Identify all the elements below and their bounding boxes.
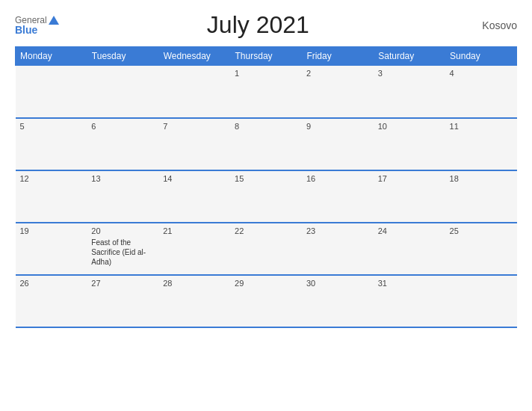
day-number: 4 <box>450 69 513 78</box>
calendar-cell: 31 <box>374 275 445 327</box>
day-number: 29 <box>235 279 297 288</box>
logo-blue: Blue <box>15 25 37 35</box>
calendar-cell: 2 <box>302 66 374 118</box>
calendar-cell: 14 <box>158 170 230 223</box>
calendar-cell: 17 <box>374 170 445 223</box>
calendar-cell: 24 <box>374 223 445 275</box>
calendar-cell: 21 <box>158 223 230 275</box>
calendar-week-row: 262728293031 <box>16 275 517 327</box>
calendar-week-row: 12131415161718 <box>16 170 517 223</box>
day-number: 5 <box>20 122 83 131</box>
calendar-cell: 15 <box>230 170 302 223</box>
calendar-cell: 1 <box>230 66 302 118</box>
logo-triangle-icon <box>49 16 59 25</box>
weekday-thursday: Thursday <box>230 47 302 66</box>
calendar-cell <box>158 66 230 118</box>
day-number: 19 <box>20 226 83 235</box>
calendar-cell: 10 <box>374 118 445 170</box>
calendar-cell: 8 <box>230 118 302 170</box>
calendar-cell: 3 <box>374 66 445 118</box>
weekday-tuesday: Tuesday <box>87 47 158 66</box>
weekday-monday: Monday <box>16 47 87 66</box>
day-number: 25 <box>450 226 513 235</box>
calendar-cell: 30 <box>302 275 374 327</box>
header: General Blue July 2021 Kosovo <box>15 11 517 39</box>
day-number: 1 <box>235 69 297 78</box>
day-number: 13 <box>91 174 154 183</box>
country-label: Kosovo <box>457 19 517 31</box>
day-number: 18 <box>450 174 513 183</box>
calendar-cell: 28 <box>158 275 230 327</box>
calendar-cell: 20Feast of the Sacrifice (Eid al-Adha) <box>87 223 158 275</box>
calendar-cell: 23 <box>302 223 374 275</box>
calendar-table: Monday Tuesday Wednesday Thursday Friday… <box>15 46 517 328</box>
calendar-week-row: 1920Feast of the Sacrifice (Eid al-Adha)… <box>16 223 517 275</box>
calendar-cell <box>445 275 517 327</box>
weekday-wednesday: Wednesday <box>158 47 230 66</box>
day-number: 6 <box>91 122 154 131</box>
day-number: 30 <box>306 279 369 288</box>
day-number: 23 <box>306 226 369 235</box>
day-number: 8 <box>235 122 297 131</box>
weekday-sunday: Sunday <box>445 47 517 66</box>
day-number: 10 <box>378 122 441 131</box>
page: General Blue July 2021 Kosovo Monday Tue… <box>0 0 532 411</box>
calendar-cell: 22 <box>230 223 302 275</box>
day-number: 12 <box>20 174 83 183</box>
calendar-cell: 19 <box>16 223 87 275</box>
day-number: 3 <box>378 69 441 78</box>
calendar-title: July 2021 <box>59 11 457 39</box>
logo: General Blue <box>15 16 59 35</box>
event-text: Feast of the Sacrifice (Eid al-Adha) <box>91 238 146 266</box>
calendar-cell: 29 <box>230 275 302 327</box>
calendar-cell: 13 <box>87 170 158 223</box>
calendar-cell: 7 <box>158 118 230 170</box>
weekday-friday: Friday <box>302 47 374 66</box>
day-number: 20 <box>91 226 154 235</box>
calendar-cell: 4 <box>445 66 517 118</box>
weekday-saturday: Saturday <box>374 47 445 66</box>
calendar-cell: 5 <box>16 118 87 170</box>
weekday-header-row: Monday Tuesday Wednesday Thursday Friday… <box>16 47 517 66</box>
day-number: 31 <box>378 279 441 288</box>
day-number: 26 <box>20 279 83 288</box>
day-number: 14 <box>163 174 226 183</box>
day-number: 7 <box>163 122 226 131</box>
calendar-cell: 25 <box>445 223 517 275</box>
day-number: 17 <box>378 174 441 183</box>
day-number: 28 <box>163 279 226 288</box>
calendar-cell: 18 <box>445 170 517 223</box>
day-number: 21 <box>163 226 226 235</box>
day-number: 2 <box>306 69 369 78</box>
calendar-cell: 26 <box>16 275 87 327</box>
day-number: 27 <box>91 279 154 288</box>
day-number: 24 <box>378 226 441 235</box>
calendar-cell: 11 <box>445 118 517 170</box>
calendar-week-row: 1234 <box>16 66 517 118</box>
logo-general: General <box>15 16 47 25</box>
calendar-cell: 27 <box>87 275 158 327</box>
calendar-cell <box>87 66 158 118</box>
calendar-cell: 6 <box>87 118 158 170</box>
day-number: 9 <box>306 122 369 131</box>
calendar-cell: 16 <box>302 170 374 223</box>
calendar-week-row: 567891011 <box>16 118 517 170</box>
calendar-cell: 12 <box>16 170 87 223</box>
day-number: 16 <box>306 174 369 183</box>
calendar-cell: 9 <box>302 118 374 170</box>
day-number: 11 <box>450 122 513 131</box>
calendar-cell <box>16 66 87 118</box>
day-number: 22 <box>235 226 297 235</box>
day-number: 15 <box>235 174 297 183</box>
